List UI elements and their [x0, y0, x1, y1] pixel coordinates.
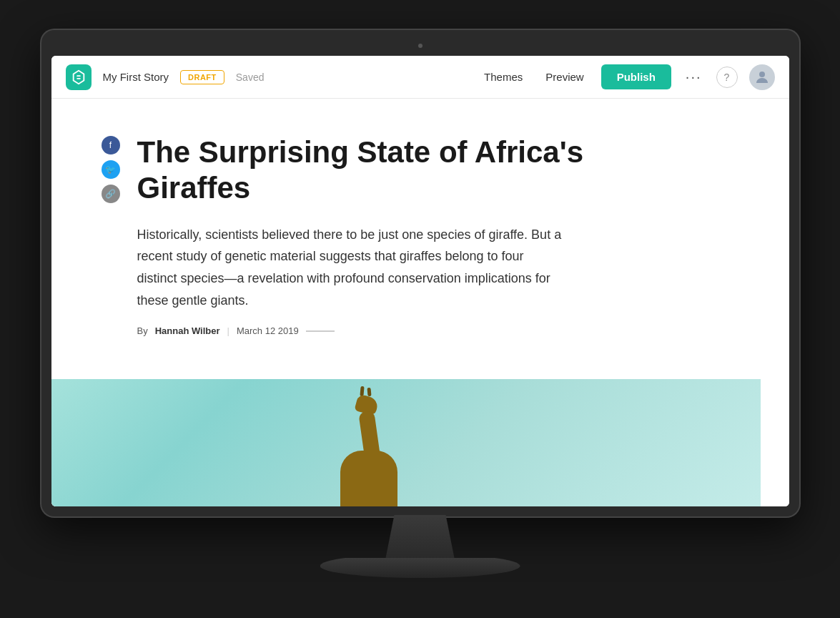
monitor-top-bar — [51, 40, 789, 52]
svg-rect-0 — [76, 75, 81, 77]
draft-badge[interactable]: DRAFT — [180, 70, 224, 84]
publish-button[interactable]: Publish — [601, 64, 671, 89]
monitor-stand-neck — [377, 515, 463, 558]
themes-link[interactable]: Themes — [478, 71, 528, 83]
monitor-screen: My First Story DRAFT Saved Themes Previe… — [51, 56, 789, 506]
copy-link-button[interactable]: 🔗 — [102, 185, 120, 203]
social-share-icons: f 🐦 🔗 — [102, 136, 120, 203]
facebook-icon: f — [109, 140, 112, 150]
link-icon: 🔗 — [105, 189, 116, 199]
saved-status: Saved — [236, 72, 265, 83]
meta-separator: | — [227, 325, 229, 336]
svg-rect-1 — [76, 77, 81, 79]
monitor-wrapper: My First Story DRAFT Saved Themes Previe… — [34, 30, 806, 588]
user-avatar[interactable] — [749, 64, 775, 90]
giraffe-horn-2 — [367, 388, 371, 396]
meta-line-decoration — [306, 330, 335, 332]
article-date: March 12 2019 — [237, 325, 299, 336]
article-meta: By Hannah Wilber | March 12 2019 — [137, 325, 732, 336]
article-area: f 🐦 🔗 The Surprising State of Africa's G… — [51, 99, 789, 506]
article-inner: f 🐦 🔗 The Surprising State of Africa's G… — [51, 99, 789, 379]
article-excerpt: Historically, scientists believed there … — [137, 224, 566, 311]
facebook-share-button[interactable]: f — [102, 136, 120, 154]
app-logo[interactable] — [66, 64, 92, 90]
article-image — [51, 379, 761, 506]
author-prefix: By — [137, 325, 148, 336]
giraffe-body — [340, 451, 397, 506]
preview-link[interactable]: Preview — [540, 71, 589, 83]
avatar-icon — [753, 69, 771, 86]
svg-point-2 — [759, 72, 765, 77]
twitter-icon: 🐦 — [105, 165, 116, 175]
monitor-camera — [418, 44, 423, 48]
twitter-share-button[interactable]: 🐦 — [102, 160, 120, 179]
article-title: The Surprising State of Africa's Giraffe… — [137, 134, 623, 207]
help-button[interactable]: ? — [716, 67, 738, 88]
help-icon: ? — [724, 72, 730, 83]
more-options-button[interactable]: ··· — [683, 69, 705, 85]
navbar: My First Story DRAFT Saved Themes Previe… — [51, 56, 789, 99]
giraffe-illustration — [340, 451, 397, 506]
monitor-body: My First Story DRAFT Saved Themes Previe… — [41, 30, 799, 516]
monitor-stand-base — [320, 558, 520, 578]
story-title: My First Story — [103, 71, 169, 83]
author-name: Hannah Wilber — [155, 325, 220, 336]
